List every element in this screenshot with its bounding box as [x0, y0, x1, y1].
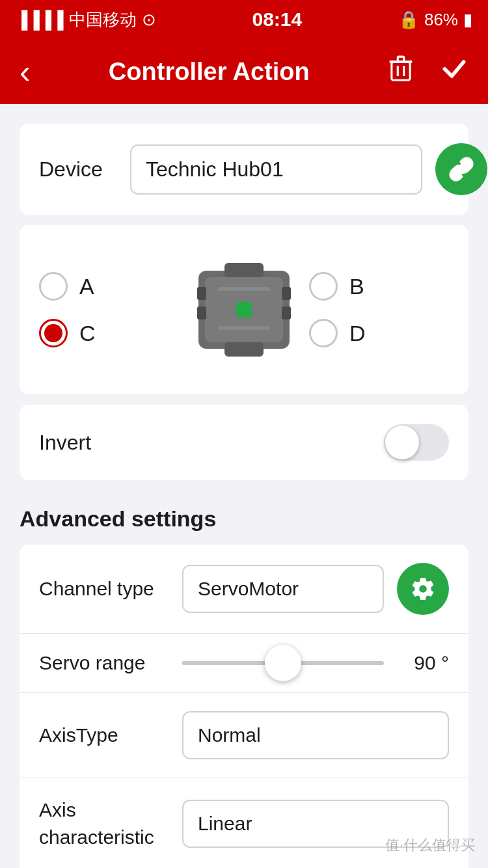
port-c-radio-inner	[44, 324, 62, 342]
svg-rect-15	[218, 326, 270, 330]
port-d-label: D	[349, 321, 366, 346]
port-selector: A C	[20, 225, 468, 394]
svg-rect-10	[197, 287, 206, 300]
port-a-row[interactable]: A	[39, 272, 179, 301]
right-ports: B D	[309, 272, 449, 347]
axis-type-row: AxisType Normal	[20, 693, 468, 778]
port-a-radio[interactable]	[39, 272, 68, 301]
nav-actions	[388, 55, 468, 89]
servo-range-value: 90 °	[397, 652, 449, 674]
hub-image	[179, 245, 309, 375]
servo-range-label: Servo range	[39, 652, 169, 674]
page-title: Controller Action	[109, 58, 310, 86]
port-c-row[interactable]: C	[39, 319, 179, 347]
svg-rect-7	[224, 263, 264, 277]
device-label: Device	[39, 157, 117, 182]
channel-type-value[interactable]: ServoMotor	[182, 565, 384, 613]
svg-rect-13	[282, 306, 291, 319]
port-b-radio[interactable]	[309, 272, 338, 301]
invert-toggle[interactable]	[384, 424, 449, 461]
advanced-settings-section: Channel type ServoMotor Servo range 90 °	[20, 545, 468, 868]
servo-range-row: Servo range 90 °	[20, 634, 468, 692]
svg-rect-2	[398, 57, 403, 62]
invert-label: Invert	[39, 431, 91, 455]
servo-range-track	[182, 661, 384, 665]
battery-icon: ▮	[463, 10, 472, 30]
channel-type-gear-button[interactable]	[397, 563, 449, 615]
device-row: Device	[20, 124, 468, 215]
svg-rect-0	[392, 62, 410, 80]
status-time: 08:14	[252, 8, 302, 31]
port-b-label: B	[349, 274, 364, 299]
axis-characteristic-label: Axis characteristic	[39, 796, 169, 851]
delete-button[interactable]	[388, 55, 414, 89]
nav-bar: ‹ Controller Action	[0, 39, 488, 104]
battery-text: 86%	[424, 10, 458, 30]
svg-rect-14	[218, 287, 270, 291]
servo-range-thumb[interactable]	[265, 645, 301, 681]
back-button[interactable]: ‹	[20, 55, 31, 88]
wifi-icon: ⊙	[142, 10, 156, 30]
svg-rect-8	[224, 342, 264, 357]
port-c-label: C	[79, 321, 96, 346]
servo-range-slider-container	[182, 661, 384, 665]
port-a-label: A	[79, 274, 94, 299]
svg-rect-12	[282, 287, 291, 300]
signal-icon: ▐▐▐▐	[16, 10, 64, 30]
channel-type-row: Channel type ServoMotor	[20, 545, 468, 633]
advanced-settings-header: Advanced settings	[0, 480, 488, 545]
invert-row: Invert	[20, 405, 468, 480]
left-ports: A C	[39, 272, 179, 347]
status-right: 🔒 86% ▮	[398, 10, 472, 30]
svg-rect-11	[197, 306, 206, 319]
content-area: Device A C	[0, 124, 488, 868]
device-input[interactable]	[130, 144, 422, 195]
link-button[interactable]	[435, 143, 487, 195]
lock-icon: 🔒	[398, 10, 419, 30]
carrier-text: 中国移动	[69, 8, 137, 31]
port-d-radio[interactable]	[309, 319, 338, 347]
port-c-radio[interactable]	[39, 319, 68, 347]
svg-rect-9	[236, 302, 252, 318]
status-bar: ▐▐▐▐ 中国移动 ⊙ 08:14 🔒 86% ▮	[0, 0, 488, 39]
watermark: 值·什么值得买	[385, 835, 475, 855]
port-d-row[interactable]: D	[309, 319, 366, 347]
axis-type-label: AxisType	[39, 724, 169, 746]
status-left: ▐▐▐▐ 中国移动 ⊙	[16, 8, 156, 31]
port-b-row[interactable]: B	[309, 272, 364, 301]
axis-type-value[interactable]: Normal	[182, 711, 449, 759]
confirm-button[interactable]	[440, 55, 468, 89]
channel-type-label: Channel type	[39, 578, 169, 600]
toggle-thumb	[385, 426, 419, 459]
